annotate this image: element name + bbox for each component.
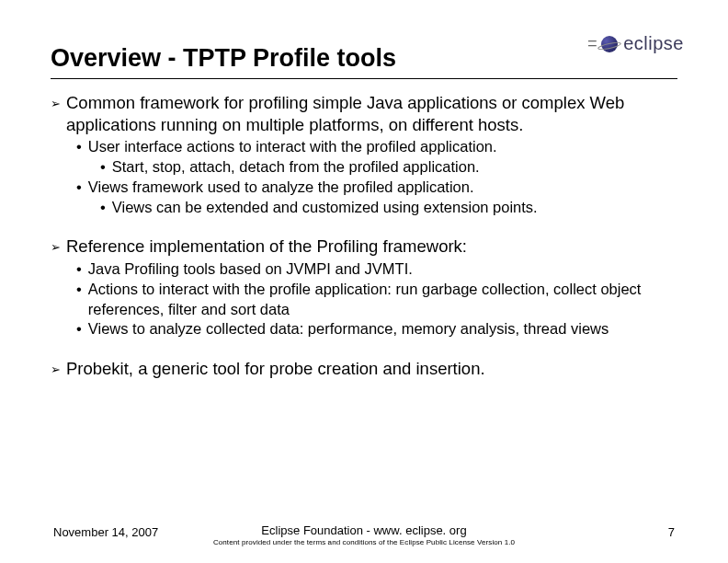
triangle-right-icon: ➢	[51, 358, 61, 380]
bullet-text: Common framework for profiling simple Ja…	[66, 92, 677, 135]
bullet-dot-icon: •	[100, 198, 106, 218]
bullet-text: Probekit, a generic tool for probe creat…	[66, 358, 485, 380]
triangle-right-icon: ➢	[51, 92, 61, 135]
footer-page-number: 7	[668, 525, 675, 539]
bullet-dot-icon: •	[76, 259, 82, 280]
bullet-item: ➢ Common framework for profiling simple …	[51, 92, 677, 135]
sub-item: • Java Profiling tools based on JVMPI an…	[76, 259, 677, 280]
bullet-item: ➢ Probekit, a generic tool for probe cre…	[51, 358, 677, 380]
footer-center: Eclipse Foundation - www. eclipse. org C…	[0, 523, 728, 546]
sub-sub-text: Views can be extended and customized usi…	[112, 198, 538, 218]
sub-list: • User interface actions to interact wit…	[76, 137, 677, 217]
content: ➢ Common framework for profiling simple …	[51, 92, 677, 380]
slide: = eclipse Overview - TPTP Profile tools …	[0, 0, 728, 563]
logo-prefix: =	[587, 35, 597, 53]
sub-item: • Views framework used to analyze the pr…	[76, 178, 677, 198]
planet-icon	[599, 34, 620, 54]
triangle-right-icon: ➢	[51, 236, 61, 258]
bullet-dot-icon: •	[76, 178, 82, 198]
sub-sub-text: Start, stop, attach, detach from the pro…	[112, 157, 480, 178]
bullet-dot-icon: •	[76, 137, 82, 157]
sub-text: Views to analyze collected data: perform…	[88, 319, 609, 339]
logo-text: eclipse	[623, 33, 684, 54]
bullet-item: ➢ Reference implementation of the Profil…	[51, 236, 677, 258]
bullet-text: Reference implementation of the Profilin…	[66, 236, 467, 258]
title-rule	[51, 78, 677, 79]
eclipse-logo: = eclipse	[587, 33, 684, 54]
page-title: Overview - TPTP Profile tools	[51, 37, 677, 73]
sub-text: User interface actions to interact with …	[88, 137, 497, 157]
sub-item: • Actions to interact with the profile a…	[76, 280, 677, 320]
sub-sub-item: • Views can be extended and customized u…	[100, 198, 677, 218]
footer-org: Eclipse Foundation - www. eclipse. org	[0, 523, 728, 537]
sub-item: • User interface actions to interact wit…	[76, 137, 677, 157]
sub-sub-item: • Start, stop, attach, detach from the p…	[100, 157, 677, 178]
footer-license: Content provided under the terms and con…	[0, 538, 728, 546]
bullet-dot-icon: •	[76, 280, 82, 320]
sub-list: • Java Profiling tools based on JVMPI an…	[76, 259, 677, 339]
bullet-dot-icon: •	[76, 319, 82, 339]
bullet-dot-icon: •	[100, 157, 106, 178]
sub-text: Java Profiling tools based on JVMPI and …	[88, 259, 413, 280]
sub-text: Views framework used to analyze the prof…	[88, 178, 474, 198]
sub-item: • Views to analyze collected data: perfo…	[76, 319, 677, 339]
sub-text: Actions to interact with the profile app…	[88, 280, 677, 320]
